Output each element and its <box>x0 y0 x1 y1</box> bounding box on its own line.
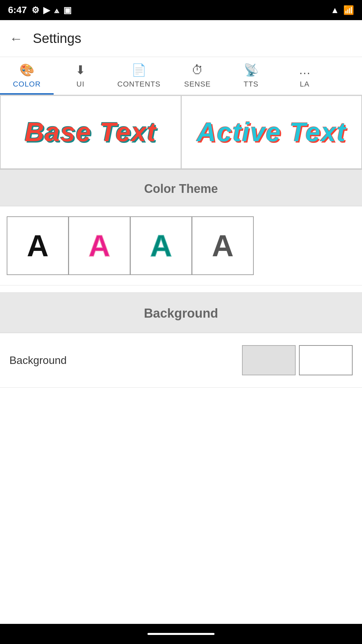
base-text-preview[interactable]: Base Text <box>0 95 181 169</box>
tab-ui[interactable]: ⬇ UI <box>54 57 107 95</box>
wifi-icon: ▲ <box>330 5 339 15</box>
play-icon: ▶ <box>43 5 50 15</box>
bottom-home-indicator <box>147 633 215 635</box>
back-button[interactable]: ← <box>9 32 23 45</box>
tab-sense-label: SENSE <box>184 80 211 89</box>
active-text-preview[interactable]: Active Text <box>181 95 362 169</box>
theme-selector: A A A A <box>0 206 362 285</box>
palette-icon: 🎨 <box>19 63 35 77</box>
ui-icon: ⬇ <box>75 63 85 77</box>
tab-tts-label: TTS <box>244 80 259 89</box>
theme-option-gray[interactable]: A <box>192 216 254 275</box>
tab-contents[interactable]: 📄 CONTENTS <box>107 57 171 95</box>
base-text-display: Base Text <box>25 117 157 148</box>
theme-letter-gray: A <box>212 231 234 261</box>
active-text-display: Active Text <box>197 117 346 148</box>
la-icon: … <box>299 63 311 77</box>
status-time: 6:47 <box>8 5 27 15</box>
theme-option-teal[interactable]: A <box>130 216 192 275</box>
tab-sense[interactable]: ⏱ SENSE <box>171 57 224 95</box>
tab-tts[interactable]: 📡 TTS <box>224 57 278 95</box>
signal-icon: 📶 <box>343 5 354 15</box>
tab-la-label: LA <box>300 80 310 89</box>
background-section-title: Background <box>144 306 218 320</box>
background-row: Background <box>0 333 362 388</box>
theme-option-dark[interactable]: A <box>7 216 69 275</box>
share-icon: ⟁ <box>54 5 59 15</box>
contents-icon: 📄 <box>131 63 146 77</box>
theme-letter-dark: A <box>27 231 49 261</box>
sim-icon: ▣ <box>63 5 72 15</box>
background-swatch-white[interactable] <box>299 345 353 375</box>
settings-icon: ⚙ <box>32 5 39 15</box>
theme-letter-teal: A <box>150 231 172 261</box>
tab-ui-label: UI <box>76 80 84 89</box>
color-theme-section-header: Color Theme <box>0 170 362 206</box>
theme-option-pink[interactable]: A <box>68 216 130 275</box>
background-section-header: Background <box>0 292 362 333</box>
preview-section: Base Text Active Text <box>0 95 362 170</box>
app-bar: ← Settings <box>0 20 362 57</box>
background-swatches <box>242 345 353 375</box>
tab-la[interactable]: … LA <box>278 57 331 95</box>
theme-letter-pink: A <box>88 231 110 261</box>
status-time-area: 6:47 ⚙ ▶ ⟁ ▣ <box>8 5 72 15</box>
sense-icon: ⏱ <box>191 63 203 77</box>
bottom-navigation-bar <box>0 624 362 644</box>
tts-icon: 📡 <box>244 63 259 77</box>
status-right-icons: ▲ 📶 <box>330 5 354 15</box>
page-title: Settings <box>33 31 81 46</box>
tab-color[interactable]: 🎨 COLOR <box>0 57 54 95</box>
status-bar: 6:47 ⚙ ▶ ⟁ ▣ ▲ 📶 <box>0 0 362 20</box>
tab-bar: 🎨 COLOR ⬇ UI 📄 CONTENTS ⏱ SENSE 📡 TTS … … <box>0 57 362 95</box>
status-left-icons: ⚙ ▶ ⟁ ▣ <box>32 5 72 15</box>
tab-contents-label: CONTENTS <box>117 80 161 89</box>
tab-color-label: COLOR <box>13 80 41 89</box>
color-theme-title: Color Theme <box>144 182 218 196</box>
background-swatch-gray[interactable] <box>242 345 296 375</box>
background-row-label: Background <box>9 354 67 367</box>
